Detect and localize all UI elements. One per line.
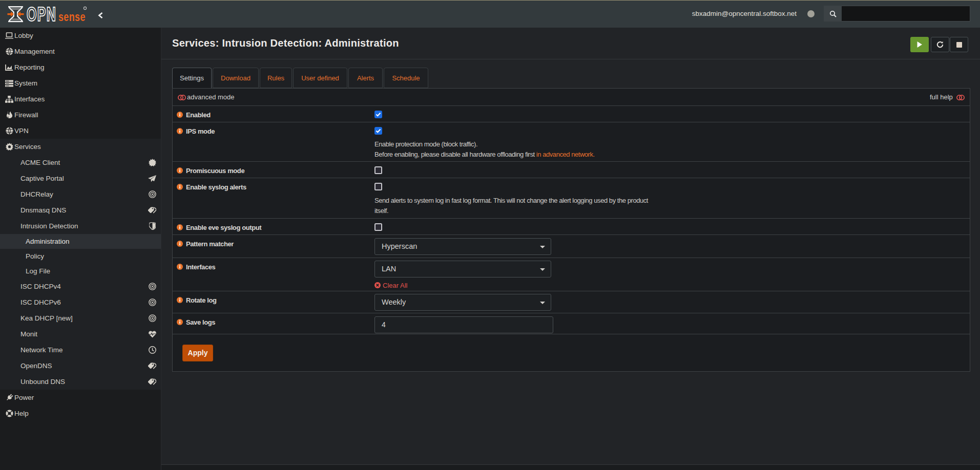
svg-text:sense: sense [58,10,86,23]
svg-text:OPN: OPN [27,6,56,23]
